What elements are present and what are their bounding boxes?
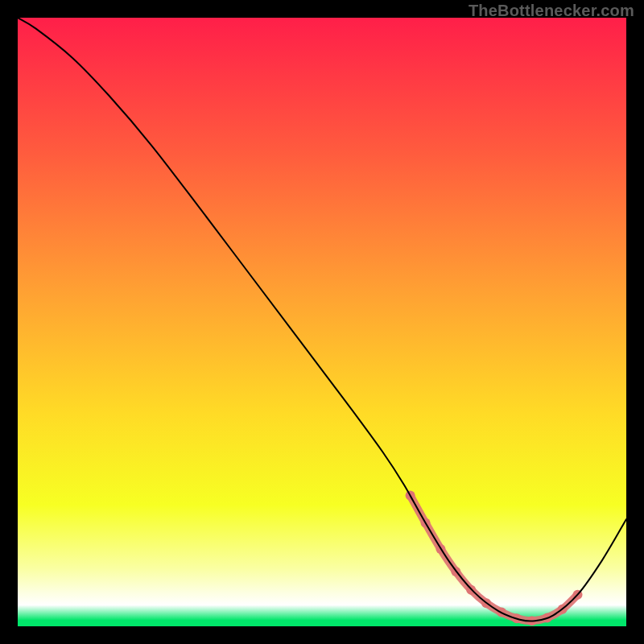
gradient-background — [18, 18, 626, 626]
plot-area — [18, 18, 626, 626]
chart-svg — [18, 18, 626, 626]
chart-frame: TheBottlenecker.com — [0, 0, 644, 644]
